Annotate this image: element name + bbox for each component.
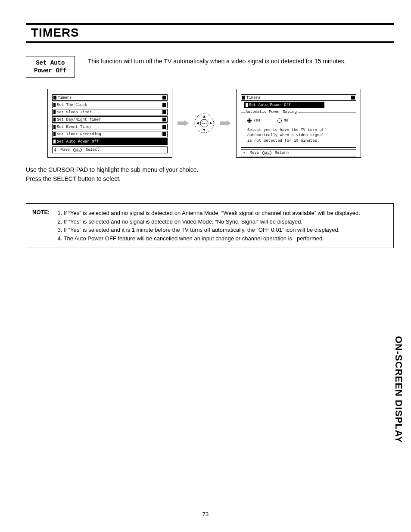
option-yes: Yes (247, 118, 260, 123)
osd-screen-auto-power-off: Timers Set Auto Power Off Automatic Powe… (236, 89, 361, 158)
note-label: NOTE: (32, 209, 50, 243)
menu2-footer: ✦ Move SEL Return (241, 149, 356, 156)
instruction-line1: Use the CURSOR PAD to highlight the sub-… (26, 165, 394, 174)
menu1-item-0: Set The Clock (52, 102, 168, 108)
menu1-footer-move: Move (60, 148, 70, 152)
option-yes-label: Yes (253, 119, 260, 123)
svg-marker-7 (210, 122, 212, 124)
svg-marker-8 (220, 120, 231, 126)
note-box: NOTE: 1. If “Yes” is selected and no sig… (26, 203, 394, 248)
section-tab: ON-SCREEN DISPLAY (393, 336, 404, 443)
menu2-footer-move: Move (249, 151, 259, 155)
radio-empty-icon (277, 118, 282, 123)
menu2-row: Set Auto Power Off (244, 102, 324, 108)
menu1-item-5-label: Set Auto Power Off (57, 140, 161, 144)
menu2-header-bar: Timers (241, 94, 356, 101)
menu1-item-4: Set Timer Recording (52, 131, 168, 137)
note-item-1: 1. If “Yes” is selected and no signal is… (57, 209, 360, 218)
menu1-footer-select: Select (85, 148, 99, 152)
menu1-item-1: Set Sleep Timer (52, 109, 168, 115)
feature-name-box: Set Auto Power Off (26, 56, 75, 78)
menu1-item-5: Set Auto Power Off (52, 138, 168, 145)
menu1-item-4-label: Set Timer Recording (57, 132, 162, 137)
svg-marker-0 (177, 120, 189, 126)
menu1-item-2: Set Day/Night Timer (52, 116, 168, 123)
svg-marker-5 (203, 129, 206, 131)
sel-badge-icon: SEL (73, 148, 82, 152)
note-item-3: 3. If “Yes” is selected and it is 1 minu… (57, 226, 360, 234)
feature-name-line2: Power Off (34, 67, 67, 74)
menu1-header-label: Timers (58, 96, 162, 100)
menu1-item-3: Set Event Timer (52, 124, 168, 130)
page-number: 73 (0, 511, 411, 517)
remote-dpad-icon: SELECT (194, 113, 215, 134)
menu1-item-2-label: Set Day/Night Timer (57, 118, 162, 122)
menu2-desc-line2: Automatically when a video signal (247, 133, 353, 138)
group-legend: Automatic Power Saving (245, 110, 298, 114)
feature-name-line1: Set Auto (36, 59, 65, 66)
menu2-header-label: Timers (246, 96, 351, 100)
menu1-footer: ▲▼ Move SEL Select (52, 146, 168, 153)
fourway-arrows-icon: ✦ (243, 150, 245, 155)
svg-marker-6 (196, 122, 199, 124)
instruction-line2: Press the SELECT button to select. (26, 174, 394, 184)
sel-badge-icon: SEL (262, 151, 271, 155)
menu2-desc-line1: Select yes to have the TV turn off (247, 128, 353, 133)
menu1-item-3-label: Set Event Timer (57, 125, 162, 129)
option-no: No (277, 118, 288, 123)
updown-arrows-icon: ▲▼ (54, 148, 56, 152)
auto-power-saving-group: Automatic Power Saving Yes No Select yes… (241, 110, 356, 147)
menu2-row-label: Set Auto Power Off (249, 103, 318, 107)
menu1-item-1-label: Set Sleep Timer (57, 110, 162, 115)
menu1-header-bar: Timers (52, 94, 168, 101)
svg-marker-4 (203, 115, 206, 118)
osd-screen-timers-menu: Timers Set The Clock Set Sleep Timer Set… (47, 89, 172, 158)
arrow-right-icon (220, 120, 231, 126)
menu1-item-0-label: Set The Clock (57, 103, 162, 107)
svg-text:SELECT: SELECT (201, 123, 207, 124)
note-item-4: 4. The Auto Power OFF feature will be ca… (57, 234, 360, 243)
menu2-desc-line3: is not detected for 15 minutes. (247, 138, 353, 144)
note-item-2: 2. If “Yes” is selected and no signal is… (57, 218, 360, 226)
menu2-footer-return: Return (275, 151, 289, 155)
option-no-label: No (283, 119, 288, 123)
page-title: TIMERS (26, 23, 394, 43)
radio-filled-icon (247, 118, 252, 123)
arrow-right-icon (177, 120, 189, 126)
feature-description: This function will turn off the TV autom… (88, 56, 346, 65)
